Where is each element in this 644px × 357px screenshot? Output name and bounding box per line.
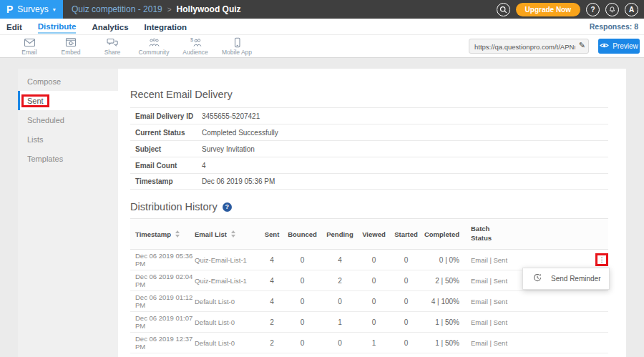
sidebar-item-templates[interactable]: Templates <box>18 149 118 168</box>
cell-pending: 2 <box>322 277 358 285</box>
survey-url-input[interactable] <box>469 40 588 54</box>
tool-audience-label: Audience <box>182 49 208 56</box>
sidebar-item-sent[interactable]: Sent <box>18 91 118 110</box>
cell-email-list: Default List-0 <box>195 318 261 326</box>
cell-pending: 4 <box>322 256 358 264</box>
edit-url-pencil-icon[interactable]: ✎ <box>579 41 585 50</box>
cell-viewed: 0 <box>358 298 390 305</box>
cell-viewed: 0 <box>358 256 390 264</box>
cell-completed: 1 | 50% <box>422 318 459 326</box>
preview-button-label: Preview <box>613 42 638 50</box>
row-context-menu: Send Reminder <box>522 268 610 290</box>
sidebar-item-lists-label: Lists <box>27 135 44 144</box>
cell-batch-status: Email | Sent <box>471 339 532 347</box>
upgrade-now-button[interactable]: Upgrade Now <box>516 3 580 16</box>
delivery-row-status: Current Status Completed Successfully <box>130 124 608 140</box>
cell-email-list: Quiz-Email-List-1 <box>195 256 261 264</box>
sidebar-item-scheduled[interactable]: Scheduled <box>18 110 118 129</box>
send-reminder-menu-item[interactable]: Send Reminder <box>551 275 600 283</box>
delivery-value: 4 <box>202 162 206 170</box>
cell-email-list: Default List-0 <box>195 339 261 347</box>
tool-embed[interactable]: Embed <box>50 37 92 56</box>
cell-timestamp: Dec 06 2019 01:07 PM <box>130 314 195 330</box>
email-icon <box>24 37 36 48</box>
tab-edit[interactable]: Edit <box>6 21 22 33</box>
preview-button[interactable]: Preview <box>598 39 640 54</box>
cell-timestamp: Dec 06 2019 02:04 PM <box>130 273 195 288</box>
cell-batch-status: Email | Sent <box>471 256 532 264</box>
sort-icon[interactable] <box>175 230 180 238</box>
table-row: Dec 06 2019 01:12 PM Default List-0 4 0 … <box>130 291 608 312</box>
history-help-icon[interactable]: ? <box>223 202 232 212</box>
tool-audience[interactable]: $ Audience <box>175 37 216 56</box>
notifications-bell-icon[interactable] <box>605 3 619 16</box>
column-header-bounced: Bounced <box>283 230 322 238</box>
cell-pending: 0 <box>322 339 358 347</box>
sidebar-item-lists[interactable]: Lists <box>18 129 118 149</box>
avatar[interactable]: A <box>625 3 638 16</box>
cell-email-list: Quiz-Email-List-1 <box>195 277 261 285</box>
sidebar-item-scheduled-label: Scheduled <box>27 116 64 124</box>
tab-integration[interactable]: Integration <box>145 21 187 33</box>
embed-icon <box>65 37 77 48</box>
row-menu-kebab-icon[interactable]: ⋮ <box>599 257 605 263</box>
column-header-email-list[interactable]: Email List <box>195 230 261 238</box>
annotation-box-menu: ⋮ <box>595 253 608 266</box>
cell-pending: 0 <box>322 298 358 305</box>
cell-sent: 4 <box>261 277 283 285</box>
responses-count[interactable]: Responses: 8 <box>590 22 638 31</box>
tool-email-label: Email <box>21 49 36 56</box>
main-content: Recent Email Delivery Email Delivery ID … <box>130 69 608 353</box>
chevron-down-icon: ▾ <box>53 6 56 13</box>
cell-completed: 0 | 0% <box>422 256 459 264</box>
cell-completed: 2 | 50% <box>422 277 459 285</box>
send-reminder-icon <box>532 273 542 285</box>
column-header-started: Started <box>390 230 422 238</box>
tool-share[interactable]: Share <box>92 37 133 56</box>
distribution-history-title: Distribution History <box>130 201 218 212</box>
column-header-batch-status: Batch Status <box>471 225 532 243</box>
surveys-menu[interactable]: P Surveys ▾ <box>0 0 63 19</box>
cell-timestamp: Dec 06 2019 01:12 PM <box>130 293 195 309</box>
cell-viewed: 1 <box>358 339 390 347</box>
column-header-timestamp[interactable]: Timestamp <box>130 230 195 238</box>
tab-analytics[interactable]: Analytics <box>92 21 128 33</box>
distribution-history-table: Timestamp Email List Sent Bounced Pendin… <box>130 218 608 353</box>
tool-share-label: Share <box>104 49 121 56</box>
tool-community-label: Community <box>139 49 170 56</box>
community-icon <box>148 37 160 48</box>
delivery-value: Completed Successfully <box>202 129 278 137</box>
delivery-value: 3455655-5207421 <box>202 112 260 120</box>
questionpro-logo-icon[interactable]: P <box>6 4 13 15</box>
cell-bounced: 0 <box>283 256 322 264</box>
sort-icon[interactable] <box>231 230 235 238</box>
cell-viewed: 0 <box>358 318 390 326</box>
top-actions: Upgrade Now ? A <box>497 3 644 16</box>
active-indicator-bar <box>18 91 20 110</box>
search-icon[interactable] <box>497 3 510 16</box>
help-icon[interactable]: ? <box>586 3 600 16</box>
cell-sent: 4 <box>261 256 283 264</box>
surveys-menu-label: Surveys <box>17 4 48 14</box>
tab-distribute[interactable]: Distribute <box>38 20 77 34</box>
cell-batch-status: Email | Sent <box>471 298 532 305</box>
delivery-row-count: Email Count 4 <box>130 157 608 173</box>
cell-started: 0 <box>390 318 422 326</box>
cell-sent: 2 <box>261 339 283 347</box>
cell-sent: 2 <box>261 318 283 326</box>
cell-bounced: 0 <box>283 318 322 326</box>
tool-mobile-app[interactable]: Mobile App <box>216 37 258 56</box>
cell-bounced: 0 <box>283 298 322 305</box>
sidebar-item-compose[interactable]: Compose <box>18 72 118 91</box>
breadcrumb-separator: > <box>167 6 172 14</box>
breadcrumb: Quiz competition - 2019 > Hollywood Quiz <box>72 4 241 14</box>
tool-community[interactable]: Community <box>133 37 175 56</box>
column-header-pending: Pending <box>322 230 358 238</box>
breadcrumb-parent[interactable]: Quiz competition - 2019 <box>72 4 162 14</box>
email-sidebar: Compose Sent Scheduled Lists Templates <box>18 69 118 357</box>
sidebar-item-compose-label: Compose <box>27 77 61 86</box>
cell-bounced: 0 <box>283 277 322 285</box>
content-card: Compose Sent Scheduled Lists Templates R… <box>18 69 626 357</box>
cell-sent: 4 <box>261 298 283 305</box>
tool-email[interactable]: Email <box>9 37 50 56</box>
